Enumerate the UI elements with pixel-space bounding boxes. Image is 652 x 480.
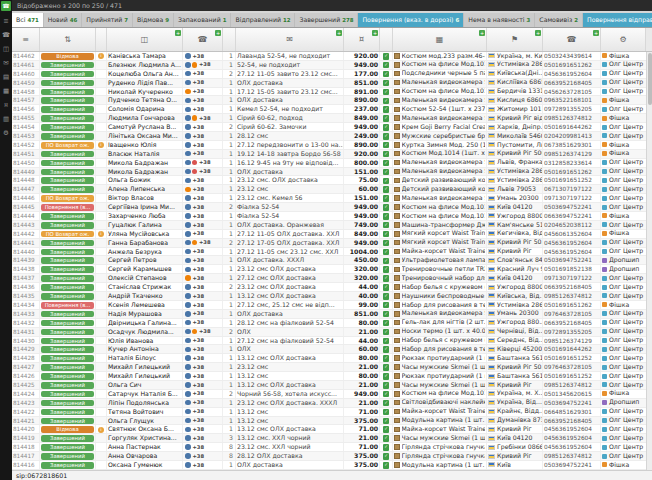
- table-row[interactable]: 814432ЗавершенийДвірницька Галина...+381…: [12, 319, 646, 328]
- products-icon[interactable]: ▦: [3, 88, 9, 95]
- table-row[interactable]: 814461ЗавершенийБлезнюк Людмила А...+381…: [12, 61, 646, 70]
- table-row[interactable]: 814443ЗавершенийГуцалюк Галина+381ОЛХ до…: [12, 221, 646, 230]
- table-row[interactable]: 814423ЗавершенийЛіпін Подолянська+38123.…: [12, 399, 646, 408]
- table-row[interactable]: 814424ЗавершенийСатарчук Наталія Б...+38…: [12, 390, 646, 399]
- menu-icon[interactable]: ≡: [3, 18, 8, 25]
- table-row[interactable]: 814426ЗавершенийМихайл Гилецький+38113.1…: [12, 372, 646, 381]
- customer-name[interactable]: Уляна Мусійовська: [107, 230, 183, 238]
- column-phone[interactable]: ☎+: [543, 28, 601, 51]
- phone-number[interactable]: 0456361952604: [543, 248, 601, 256]
- table-row[interactable]: 814422ЗавершенийТетяна Войтович+38113.12…: [12, 408, 646, 417]
- social-icon[interactable]: [185, 240, 191, 246]
- table-row[interactable]: 814451ЗавершенийВласюк Наталія+38119.12 …: [12, 150, 646, 159]
- customer-name[interactable]: Захарченко Люба: [107, 212, 183, 220]
- table-row[interactable]: 814450ЗавершенийМикола Бадражан+38116.12…: [12, 159, 646, 168]
- table-row[interactable]: 814431ЗавершенийОсадчук Людмила...+382ОЛ…: [12, 328, 646, 337]
- column-info[interactable]: [96, 28, 107, 51]
- social-icon[interactable]: [185, 444, 191, 450]
- social-icon[interactable]: [192, 115, 198, 121]
- info-icon[interactable]: i: [98, 427, 104, 433]
- social-icon[interactable]: [185, 453, 191, 459]
- table-row[interactable]: 814457ЗавершенийПудченко Тетяна О...+381…: [12, 96, 646, 105]
- social-icon[interactable]: [185, 160, 191, 166]
- column-note[interactable]: ✉+: [236, 28, 344, 51]
- customer-name[interactable]: Станіслав Стрижак: [107, 283, 183, 291]
- table-row[interactable]: 814433ЗавершенийНадія Мурашова+381ОЛХ до…: [12, 310, 646, 319]
- customer-name[interactable]: Руденко Лідія Пав...: [107, 79, 183, 87]
- mail-icon[interactable]: ✉: [3, 60, 8, 67]
- table-row[interactable]: 814417ЗавершенийАнна Овчарова+38828.12 О…: [12, 452, 646, 461]
- social-icon[interactable]: [185, 364, 191, 370]
- social-icon[interactable]: [192, 62, 198, 68]
- customer-name[interactable]: Микола Бадражан: [107, 168, 183, 176]
- customer-name[interactable]: Двірницька Галина...: [107, 319, 183, 327]
- table-row[interactable]: 814442ПО Возврат ож.iУляна Мусійовська+3…: [12, 230, 646, 239]
- table-row[interactable]: 814453ЗавершенийЛінітька Оксана Ми...+38…: [12, 132, 646, 141]
- social-icon[interactable]: [185, 435, 191, 441]
- customer-name[interactable]: Микола Бадражан: [107, 159, 183, 167]
- phone-icon[interactable]: ☎: [2, 32, 10, 39]
- column-status[interactable]: ⇅: [40, 28, 96, 51]
- tab-Відправлений[interactable]: Відправлений12: [231, 13, 295, 27]
- customer-name[interactable]: Николай Кучеренко: [107, 88, 183, 96]
- phone-number[interactable]: 0456263728105: [543, 88, 601, 96]
- social-icon[interactable]: [185, 107, 191, 113]
- table-row[interactable]: 814449ЗавершенийМикола Бадражан+381ОЛХ д…: [12, 168, 646, 177]
- social-icon[interactable]: [192, 160, 198, 166]
- customer-name[interactable]: Анна Пастернак: [107, 443, 183, 451]
- phone-number[interactable]: 0663694752241: [543, 212, 601, 220]
- phone-number[interactable]: 0985126374129: [543, 150, 601, 158]
- phone-number[interactable]: 0503694752241: [543, 256, 601, 264]
- add-filter-button[interactable]: +: [593, 30, 599, 36]
- phone-number[interactable]: 0972891355205: [543, 105, 601, 113]
- phone-number[interactable]: 0664851629301: [543, 408, 601, 416]
- table-row[interactable]: 814462ВідмоваiКанівська Тамара+381Лаванд…: [12, 52, 646, 61]
- customer-name[interactable]: Оксана Гуменюк: [107, 461, 183, 469]
- table-row[interactable]: 814458ЗавершенийНиколай Кучеренко+38117.…: [12, 88, 646, 97]
- phone-number[interactable]: 0976463728105: [543, 310, 601, 318]
- table-row[interactable]: 814436ЗавершенийСтаніслав Стрижак+38223.…: [12, 283, 646, 292]
- table-row[interactable]: 814441ЗавершенийГанна Барабанова+38227.1…: [12, 239, 646, 248]
- social-icon[interactable]: [185, 195, 191, 201]
- customer-name[interactable]: Лінітька Оксана Ми...: [107, 132, 183, 140]
- phone-app-icon[interactable]: ☎: [1, 1, 11, 11]
- social-icon[interactable]: [185, 400, 191, 406]
- phone-number[interactable]: 0663952168405: [543, 319, 601, 327]
- customer-name[interactable]: Кучер Антоніна: [107, 345, 183, 353]
- social-icon[interactable]: [185, 275, 191, 281]
- customer-name[interactable]: Андрій Ткаченко: [107, 292, 183, 300]
- customer-name[interactable]: Горгуляк Христина...: [107, 434, 183, 442]
- table-row[interactable]: 814428ЗавершенийНаталія Білоус+38113.12 …: [12, 354, 646, 363]
- table-row[interactable]: 814427ЗавершенийМихайл Гилецький+38123.1…: [12, 363, 646, 372]
- tab-Повернення (вказ. в дорозі)[interactable]: Повернення (вказ. в дорозі)6: [358, 13, 464, 27]
- column-source[interactable]: ⚙: [601, 28, 646, 51]
- social-icon[interactable]: [185, 249, 191, 255]
- column-customer[interactable]: ◫+: [107, 28, 183, 51]
- table-row[interactable]: 814440ЗавершенийАнжела Безрука+38127.12 …: [12, 248, 646, 257]
- add-filter-button[interactable]: +: [336, 30, 342, 36]
- social-icon[interactable]: [185, 338, 191, 344]
- table-row[interactable]: 814456ЗавершенийСоломія Одарина+381Кемел…: [12, 105, 646, 114]
- table-row[interactable]: 814438ЗавершенийСергей Карамышев+38123.1…: [12, 265, 646, 274]
- social-icon[interactable]: [185, 124, 191, 130]
- tab-Новий[interactable]: Новий46: [44, 13, 83, 27]
- social-icon[interactable]: [185, 258, 191, 264]
- phone-number[interactable]: 0456061352604: [543, 230, 601, 238]
- phone-number[interactable]: 0501691644262: [543, 123, 601, 131]
- social-icon[interactable]: [185, 427, 191, 433]
- customer-name[interactable]: Ольга Сич: [107, 381, 183, 389]
- table-row[interactable]: 814448ЗавершенийОльга Божик+38123.12 смс…: [12, 176, 646, 185]
- social-icon[interactable]: [192, 240, 198, 246]
- table-row[interactable]: 814455ЗавершенийЛюдмила Гончарова+381Сір…: [12, 114, 646, 123]
- social-icon[interactable]: [185, 98, 191, 104]
- table-row[interactable]: 814430ЗавершенийЮлія Иванова+38127.12 см…: [12, 337, 646, 346]
- social-icon[interactable]: [185, 53, 191, 59]
- customer-name[interactable]: Святнюк Оксана Б...: [107, 425, 183, 433]
- social-icon[interactable]: [185, 302, 191, 308]
- phone-number[interactable]: 0456361952604: [543, 70, 601, 78]
- social-icon[interactable]: [185, 204, 191, 210]
- phone-number[interactable]: 0985126374129: [543, 337, 601, 345]
- customer-name[interactable]: Сергей Петров: [107, 256, 183, 264]
- table-row[interactable]: 814416ЗавершенийОксана Гуменюк+381ОЛХ до…: [12, 461, 646, 470]
- social-icon[interactable]: [185, 418, 191, 424]
